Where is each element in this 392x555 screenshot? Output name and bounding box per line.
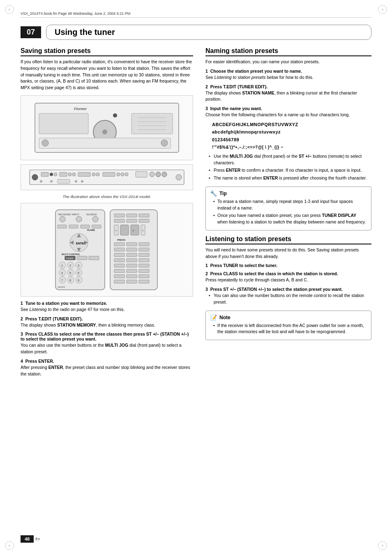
page-lang: En <box>35 537 40 541</box>
svg-rect-112 <box>127 269 137 272</box>
svg-rect-108 <box>114 264 125 267</box>
svg-rect-83 <box>127 214 137 217</box>
corner-mark-tr <box>378 5 387 14</box>
svg-point-33 <box>176 174 182 180</box>
naming-step-2-body: The display shows STATION NAME, then a b… <box>205 90 371 103</box>
svg-point-34 <box>40 180 42 182</box>
step-2-heading: 2 Press T.EDIT (TUNER EDIT). <box>21 316 193 321</box>
step-3-heading: 3 Press CLASS to select one of the three… <box>21 332 193 341</box>
tip-box: 🔧 Tip To erase a station name, simply re… <box>205 187 371 230</box>
svg-rect-96 <box>114 242 125 246</box>
note-icon: 📝 <box>210 314 217 321</box>
svg-point-30 <box>150 172 154 177</box>
svg-rect-117 <box>114 280 125 283</box>
svg-rect-16 <box>41 172 48 176</box>
svg-rect-107 <box>139 258 149 262</box>
svg-text:MULTI CONTROL: MULTI CONTROL <box>62 253 81 255</box>
svg-rect-119 <box>139 280 149 283</box>
svg-rect-60 <box>77 256 87 260</box>
svg-point-13 <box>161 140 168 146</box>
diagram-top: Pioneer <box>21 95 193 160</box>
main-content: Saving station presets If you often list… <box>21 47 371 379</box>
svg-rect-116 <box>139 274 149 278</box>
svg-rect-29 <box>136 171 147 177</box>
receiver-front-svg: Pioneer <box>33 99 181 157</box>
svg-rect-49 <box>92 225 101 228</box>
svg-rect-100 <box>127 248 137 251</box>
tip-icon: 🔧 <box>210 190 217 197</box>
svg-rect-2 <box>39 113 88 134</box>
step-2: 2 Press T.EDIT (TUNER EDIT). The display… <box>21 316 193 329</box>
tip-item-1: To erase a station name, simply repeat s… <box>213 198 367 212</box>
svg-rect-106 <box>127 258 137 262</box>
svg-text:SOURCE: SOURCE <box>86 213 97 215</box>
note-item-1: If the receiver is left disconnected fro… <box>213 322 367 336</box>
naming-intro: For easier identification, you can name … <box>205 59 371 65</box>
corner-mark-bl <box>5 541 14 550</box>
naming-step-3-heading: 3 Input the name you want. <box>205 106 371 111</box>
listening-intro: You will need to have some presets store… <box>205 247 371 260</box>
svg-text:CLASS: CLASS <box>87 228 95 231</box>
svg-point-12 <box>42 140 48 146</box>
diagram-caption: The illustration above shows the VSX-201… <box>21 194 193 199</box>
left-column: Saving station presets If you often list… <box>21 47 193 379</box>
svg-rect-19 <box>60 172 67 176</box>
svg-rect-84 <box>139 214 149 217</box>
svg-rect-115 <box>127 274 137 278</box>
step-1: 1 Tune to a station you want to memorize… <box>21 301 193 313</box>
svg-text:Pioneer: Pioneer <box>74 107 87 111</box>
svg-rect-104 <box>139 253 149 256</box>
svg-rect-25 <box>103 172 115 176</box>
svg-point-21 <box>72 173 76 176</box>
svg-point-20 <box>68 173 71 176</box>
svg-text:+: + <box>132 228 134 232</box>
remote-svg: RECEIVER INPUT SOURCE CLASS ENTER <box>53 207 160 293</box>
svg-point-37 <box>75 180 77 182</box>
listening-step-1-heading: 1 Press TUNER to select the tuner. <box>205 263 371 268</box>
listening-step-3: 3 Press ST +/– (STATION +/–) to select t… <box>205 287 371 306</box>
svg-rect-98 <box>139 242 149 246</box>
svg-rect-105 <box>114 258 125 262</box>
svg-point-38 <box>81 180 83 182</box>
svg-point-43 <box>60 216 65 222</box>
svg-text:+: + <box>142 228 144 232</box>
step-1-heading: 1 Tune to a station you want to memorize… <box>21 301 193 306</box>
svg-point-35 <box>50 180 53 182</box>
svg-rect-48 <box>81 225 90 228</box>
svg-rect-109 <box>127 264 137 267</box>
svg-text:PRESS: PRESS <box>117 238 125 241</box>
step-3-body: You can also use the number buttons or t… <box>21 342 193 355</box>
svg-point-32 <box>162 172 167 177</box>
listening-section-title: Listening to station presets <box>205 235 371 244</box>
svg-rect-113 <box>139 269 149 272</box>
listening-step-3-heading: 3 Press ST +/– (STATION +/–) to select t… <box>205 287 371 292</box>
corner-mark-tl <box>5 5 14 14</box>
svg-point-26 <box>117 173 120 176</box>
svg-text:3: 3 <box>78 264 79 267</box>
note-label: Note <box>219 315 231 320</box>
naming-bullet-1: Use the MULTI JOG dial (front panel) or … <box>209 153 371 166</box>
svg-rect-14 <box>30 170 184 184</box>
corner-mark-br <box>378 541 387 550</box>
svg-rect-97 <box>127 242 137 246</box>
svg-rect-36 <box>58 179 70 183</box>
svg-point-28 <box>125 173 128 176</box>
chapter-number: 07 <box>21 26 41 38</box>
charset-numbers: 0123456789 <box>212 136 371 144</box>
svg-rect-101 <box>139 248 149 251</box>
tip-label: Tip <box>219 191 227 196</box>
svg-point-45 <box>92 216 98 222</box>
step-1-body: See Listening to the radio on page 47 fo… <box>21 306 193 313</box>
listening-step-2: 2 Press CLASS to select the class in whi… <box>205 271 371 283</box>
svg-text:7: 7 <box>61 279 63 281</box>
svg-point-18 <box>54 173 57 176</box>
svg-rect-102 <box>114 253 125 256</box>
svg-rect-82 <box>114 214 125 217</box>
svg-point-24 <box>96 173 99 176</box>
diagram-mid <box>21 164 193 190</box>
svg-point-17 <box>50 173 53 176</box>
svg-point-44 <box>76 216 82 222</box>
svg-rect-85 <box>114 219 125 222</box>
svg-text:6: 6 <box>78 271 79 274</box>
naming-step-3-intro: Choose from the following characters for… <box>205 112 371 118</box>
